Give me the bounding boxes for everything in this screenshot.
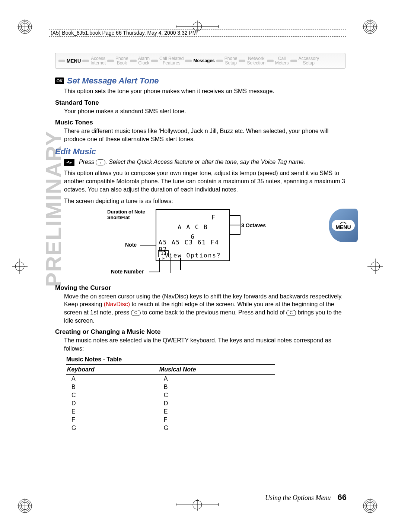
heading-text: Edit Music [55,147,96,156]
paragraph-creating: The music notes are selected via the QWE… [64,336,345,352]
menu-pill-icon [290,60,297,62]
paragraph-music-tones: There are different music tones like ‘Ho… [64,127,345,143]
up-key-icon: ↑ [96,159,105,165]
paragraph-set-message: This option sets the tone your phone mak… [64,87,345,95]
screen-row-view-options: View Options? [159,251,227,260]
table-row: GG [66,424,275,432]
arrow-notenum-v [159,258,160,272]
table-row: FF [66,416,275,424]
page-content: OK Set Message Alert Tone This option se… [55,76,345,432]
c-key-icon: C [286,310,296,316]
page-number: 66 [338,493,347,502]
menu-breadcrumb-strip: MENU AccessInternet PhoneBook AlarmClock… [55,53,345,69]
table-col-musical-note: Musical Note [159,365,275,375]
figure-label-note: Note [125,242,137,248]
arrow-oct-1 [230,215,240,216]
menu-pill-icon [185,60,192,62]
menu-side-button: MENU [329,209,358,242]
menu-pill-icon [58,60,65,62]
paragraph-edit-music-1: This option allows you to compose your o… [64,169,345,193]
menu-pill-icon [267,60,274,62]
navdisc-red-text: (NavDisc) [104,301,130,307]
music-notes-table: Music Notes - Table Keyboard Musical Not… [66,356,275,432]
table-col-keyboard: Keyboard [66,365,159,375]
screen-row-notes: A5 A5 C3 61 F4 B2 [159,241,227,251]
heading-standard-tone: Standard Tone [55,99,345,107]
ok-icon: OK [55,77,64,84]
menu-pill-icon [107,60,114,62]
screen-row-aacb: A A C B [159,222,227,232]
menu-pill-icon [239,60,245,62]
menu-label: MENU [67,58,81,64]
note-text: Press ↑. Select the Quick Access feature… [79,158,305,166]
crop-mark-bottom [173,495,222,514]
menu-pill-icon [82,60,89,62]
menu-item-access-internet: AccessInternet [90,56,106,65]
lightning-icon [64,159,74,166]
heading-music-tones: Music Tones [55,119,345,126]
c-key-icon: C [131,310,141,316]
paragraph-edit-music-2: The screen depicting a tune is as follow… [64,197,345,205]
menu-item-network-selection: NetworkSelection [247,56,265,65]
navdisc-text: (NavDisc) [162,293,188,300]
table-row: AA [66,375,275,383]
menu-button-arc-icon [340,221,347,224]
table-row: CC [66,391,275,399]
menu-item-phone-setup: PhoneSetup [224,56,238,65]
heading-creating-changing: Creating or Changing a Music Note [55,328,345,336]
menu-button-label: MENU [332,220,354,231]
figure-label-note-number: Note Number [111,269,144,275]
menu-pill-icon [130,60,137,62]
screen-row-f: F [159,213,227,222]
crop-mark-left [10,257,29,276]
registration-mark-bottom-right [362,498,378,514]
menu-item-call-meters: CallMeters [275,56,289,65]
arrow-notenum-h [149,272,159,272]
arrow-sf-v [171,258,171,273]
menu-pill-icon [151,60,158,62]
footer-text: Using the Options Menu [265,494,331,502]
table-caption: Music Notes - Table [66,356,275,363]
quick-access-note: Press ↑. Select the Quick Access feature… [64,158,345,166]
menu-item-phone-book: PhoneBook [115,56,128,65]
screen-figure: F A A C B 6 A5 A5 C3 61 F4 B2 View Optio… [55,209,345,280]
arrow-oct-3 [230,234,240,235]
paragraph-standard-tone: Your phone makes a standard SMS alert to… [64,107,345,115]
crop-mark-right [366,257,385,276]
paragraph-moving-cursor: Move the on screen cursor using the (Nav… [64,292,345,324]
table-row: DD [66,399,275,408]
menu-item-accessory-setup: AccessorySetup [299,56,319,65]
menu-item-messages: Messages [193,58,214,63]
table-header-row: Keyboard Musical Note [66,365,275,375]
heading-set-message-alert-tone: OK Set Message Alert Tone [55,76,345,86]
heading-edit-music: Edit Music [55,147,345,156]
arrow-note [140,245,156,246]
menu-item-call-related: Call RelatedFeatures [159,56,184,65]
registration-mark-top-right [362,19,378,35]
registration-mark-top-left [17,19,33,35]
heading-moving-cursor: Moving the Cursor [55,284,345,292]
note-number-box: 12 F [158,250,169,257]
menu-pill-icon [216,60,223,62]
arrow-dur-v [180,258,181,270]
arrow-oct-2 [230,225,240,225]
figure-label-3-octaves: 3 Octaves [241,222,266,228]
menu-item-alarm-clock: AlarmClock [138,56,150,65]
table-row: BB [66,383,275,391]
table-row: EE [66,408,275,416]
page-footer: Using the Options Menu 66 [265,493,347,502]
page-header-line: (A5) Book_8J51.book Page 66 Thursday, Ma… [49,29,346,37]
arrow-oct-bracket [240,215,240,235]
registration-mark-bottom-left [17,498,33,514]
heading-text: Set Message Alert Tone [67,76,159,86]
